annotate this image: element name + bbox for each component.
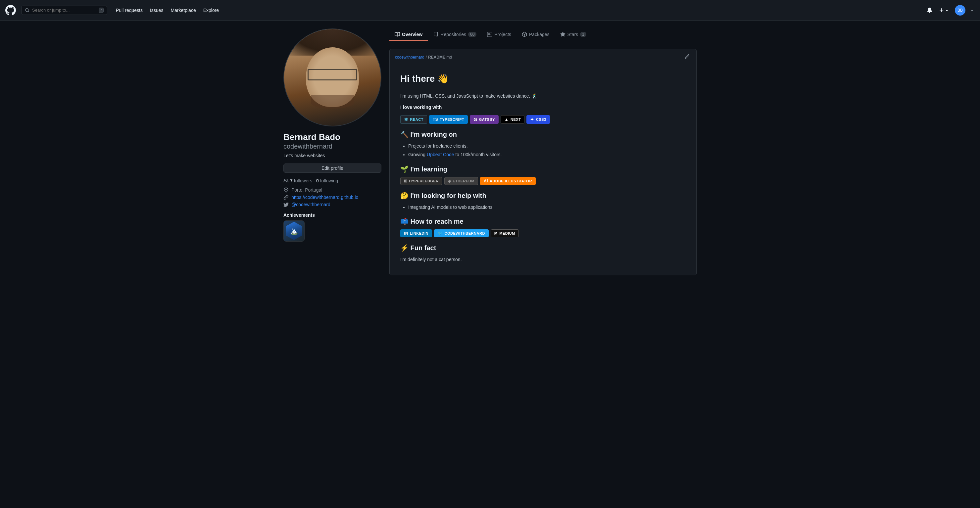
tab-stars-count: 1 [580,32,586,37]
badge-typescript: TS TYPESCRIPT [429,115,468,124]
badge-linkedin: in LINKEDIN [400,229,432,237]
location-icon [283,187,289,193]
readme-help-list: Integrating AI models to web application… [400,203,686,211]
readme-working-heading: 🔨 I'm working on [400,130,686,138]
working-item-1: Projects for freelance clients. [408,142,686,149]
twitter-link[interactable]: @codewithbernard [291,202,331,207]
search-bar[interactable]: / [21,6,107,15]
tab-repositories-label: Repositories [440,32,466,37]
readme-working-list: Projects for freelance clients. Growing … [400,142,686,159]
badge-gatsby: G GATSBY [470,115,498,124]
help-item-1: Integrating AI models to web application… [408,203,686,211]
readme-body: Hi there 👋 I'm using HTML, CSS, and Java… [390,65,696,275]
website-item: https://codewithbernard.github.io [283,195,382,200]
readme-funfact-text: I'm definitely not a cat person. [400,256,686,263]
readme-edit-button[interactable] [683,52,691,62]
navbar-links: Pull requests Issues Marketplace Explore [113,6,920,15]
tab-packages[interactable]: Packages [517,29,555,41]
hyperledger-icon: ⊞ [404,179,407,183]
react-icon: ⚛ [404,117,409,122]
nav-explore[interactable]: Explore [200,6,222,15]
upbeat-code-link[interactable]: Upbeat Code [427,152,454,157]
chevron-down-icon [944,8,950,13]
website-link[interactable]: https://codewithbernard.github.io [291,195,358,200]
notifications-button[interactable] [926,6,934,14]
ai-icon: Ai [484,179,488,183]
readme-intro: I'm using HTML, CSS, and JavaScript to m… [400,92,686,100]
user-handle: codewithbernard [283,143,382,150]
reach-badges: in LINKEDIN 🐦 CODEWITHBERNARD M MEDIUM [400,229,686,237]
star-icon [560,32,565,37]
medium-icon: M [494,231,498,236]
profile-sidebar: 😊 Bernard Bado codewithbernard Let's mak… [283,29,382,275]
user-avatar-nav[interactable]: BB [955,5,966,16]
followers-info: 7 followers · 0 following [283,178,382,183]
badge-ethereum: ◈ ETHEREUM [444,177,478,185]
tab-overview-label: Overview [402,32,422,37]
github-logo[interactable] [5,5,16,16]
repo-icon [433,32,438,37]
tab-packages-label: Packages [529,32,549,37]
nav-issues[interactable]: Issues [147,6,167,15]
location-text: Porto, Portugal [291,187,322,193]
ethereum-icon: ◈ [448,179,451,183]
readme-filename: README.md [428,55,452,60]
love-badges: ⚛ REACT TS TYPESCRIPT G GATSBY ▲ NEXT [400,115,686,124]
edit-profile-button[interactable]: Edit profile [283,164,382,173]
user-full-name: Bernard Bado [283,132,382,143]
badge-react: ⚛ REACT [400,115,427,124]
readme-reach-heading: 📫 How to reach me [400,217,686,225]
search-kbd: / [99,8,103,13]
following-label: following [320,178,338,183]
following-count[interactable]: 0 [316,178,319,183]
twitter-icon [283,202,289,207]
tab-projects[interactable]: Projects [482,29,517,41]
tab-projects-label: Projects [494,32,511,37]
project-icon [487,32,492,37]
working-item-2: Growing Upbeat Code to 100k/month visito… [408,151,686,158]
tab-stars-label: Stars [568,32,578,37]
navbar-actions: BB [926,5,975,16]
tab-repositories[interactable]: Repositories 60 [428,29,482,41]
css3-icon: ✦ [530,117,535,122]
next-icon: ▲ [504,117,509,122]
badge-adobe-illustrator: Ai ADOBE ILLUSTRATOR [480,177,536,185]
readme-title: Hi there 👋 [400,73,686,87]
link-icon [283,195,289,200]
readme-breadcrumb: codewithbernard / README.md [395,55,452,60]
badge-twitter: 🐦 CODEWITHBERNARD [434,229,489,237]
tab-repositories-count: 60 [468,32,476,37]
readme-love-label: I love working with [400,103,686,111]
people-icon [283,178,289,183]
readme-help-heading: 🤔 I'm looking for help with [400,192,686,200]
tab-overview[interactable]: Overview [389,29,428,41]
pencil-icon [684,54,690,59]
followers-count[interactable]: 7 [290,178,293,183]
achievements-section: Achievements 🏔️ [283,213,382,241]
readme-funfact-heading: ⚡ Fun fact [400,244,686,252]
main-content: Overview Repositories 60 Projects Pa [389,29,697,275]
learning-badges: ⊞ HYPERLEDGER ◈ ETHEREUM Ai ADOBE ILLUST… [400,177,686,185]
ts-icon: TS [433,117,438,122]
book-icon [395,32,400,37]
navbar: / Pull requests Issues Marketplace Explo… [0,0,980,21]
package-icon [522,32,527,37]
tab-stars[interactable]: Stars 1 [555,29,592,41]
nav-marketplace[interactable]: Marketplace [167,6,199,15]
readme-header: codewithbernard / README.md [390,49,696,65]
linkedin-icon: in [404,231,408,236]
readme-user-link[interactable]: codewithbernard [395,55,425,60]
achievement-badge[interactable]: 🏔️ [283,221,305,241]
nav-pull-requests[interactable]: Pull requests [113,6,146,15]
search-input[interactable] [32,8,96,13]
twitter-badge-icon: 🐦 [438,231,443,236]
readme-card: codewithbernard / README.md Hi there 👋 I… [389,49,697,275]
badge-medium: M MEDIUM [491,229,519,237]
page-container: 😊 Bernard Bado codewithbernard Let's mak… [278,21,702,283]
badge-css3: ✦ CSS3 [527,115,550,124]
user-bio: Let's make websites [283,153,382,158]
gatsby-icon: G [473,117,477,122]
profile-tabs: Overview Repositories 60 Projects Pa [389,29,697,41]
create-button[interactable] [938,6,951,14]
twitter-item: @codewithbernard [283,202,382,207]
